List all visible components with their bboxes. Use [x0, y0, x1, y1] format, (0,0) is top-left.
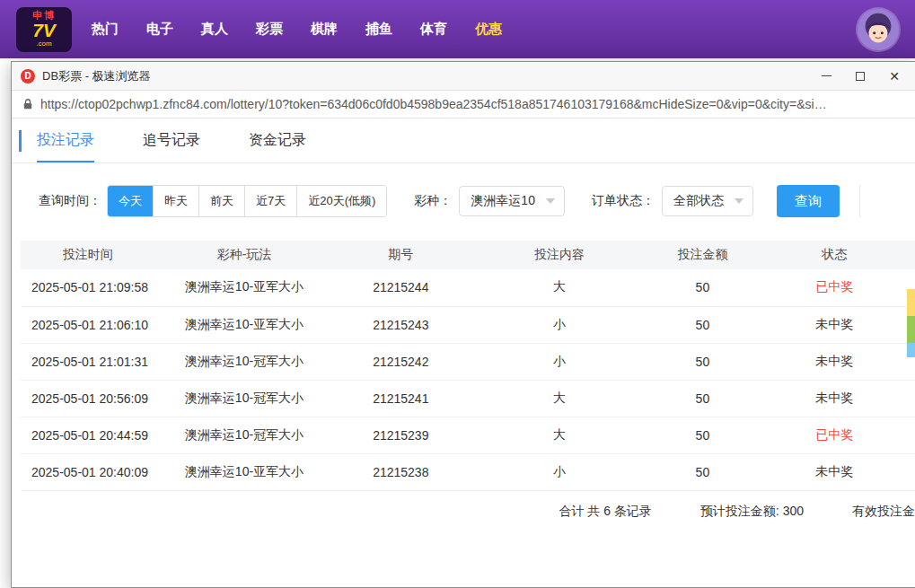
cell-status: 未中奖 — [754, 380, 915, 417]
cell-bet-time: 2025-05-01 20:56:09 — [21, 380, 154, 417]
avatar[interactable] — [858, 9, 899, 50]
cell-bet-amount: 50 — [651, 306, 754, 343]
cell-game-play: 澳洲幸运10-冠军大小 — [154, 343, 333, 380]
avatar-image — [858, 9, 899, 50]
filter-divider — [859, 185, 860, 217]
time-option-button[interactable]: 近20天(低频) — [296, 186, 386, 216]
chevron-down-icon — [546, 198, 555, 204]
column-header: 状态 — [754, 241, 915, 269]
logo-text-sub: .com — [36, 40, 51, 48]
cell-status: 未中奖 — [754, 306, 915, 343]
table-row: 2025-05-01 21:09:58澳洲幸运10-亚军大小21215244大5… — [21, 269, 915, 306]
cell-issue-number: 21215239 — [334, 417, 468, 453]
nav-item[interactable]: 电子 — [146, 21, 173, 38]
summary-bar: 合计 共 6 条记录 预计投注金额: 300 有效投注金 — [12, 491, 915, 532]
cell-bet-time: 2025-05-01 21:06:10 — [21, 306, 154, 343]
cell-status: 未中奖 — [754, 343, 915, 380]
table-row: 2025-05-01 21:06:10澳洲幸运10-亚军大小21215243小5… — [21, 306, 915, 343]
cell-issue-number: 21215238 — [334, 453, 468, 490]
cell-status: 已中奖 — [754, 269, 915, 306]
cell-game-play: 澳洲幸运10-冠军大小 — [154, 380, 333, 417]
nav-item[interactable]: 捕鱼 — [365, 21, 392, 38]
time-filter-label: 查询时间： — [39, 193, 101, 209]
lottery-select[interactable]: 澳洲幸运10 — [459, 186, 565, 216]
cell-status: 未中奖 — [754, 453, 915, 490]
record-tabs: 投注记录追号记录资金记录 — [12, 118, 915, 163]
nav-item[interactable]: 体育 — [420, 21, 447, 38]
order-status-value: 全部状态 — [673, 193, 724, 209]
edge-widget-blue[interactable] — [907, 343, 915, 357]
time-filter-group: 今天昨天前天近7天近20天(低频) — [107, 185, 387, 217]
table-body: 2025-05-01 21:09:58澳洲幸运10-亚军大小21215244大5… — [21, 269, 915, 490]
time-option-button[interactable]: 前天 — [198, 186, 244, 216]
edge-widget-green[interactable] — [907, 316, 915, 343]
table-row: 2025-05-01 20:40:09澳洲幸运10-亚军大小21215238小5… — [21, 453, 915, 490]
cell-bet-time: 2025-05-01 21:09:58 — [21, 269, 154, 306]
url-text[interactable]: https://ctop02pchwp1.zfnc84.com/lottery/… — [40, 97, 904, 111]
column-header: 期号 — [334, 241, 468, 269]
nav-item[interactable]: 彩票 — [256, 21, 283, 38]
lottery-select-value: 澳洲幸运10 — [471, 193, 535, 209]
cell-bet-time: 2025-05-01 20:44:59 — [21, 417, 154, 453]
tab[interactable]: 资金记录 — [249, 118, 306, 162]
cell-bet-content: 小 — [468, 343, 651, 380]
tab[interactable]: 投注记录 — [37, 118, 94, 162]
cell-game-play: 澳洲幸运10-亚军大小 — [154, 453, 333, 490]
column-header: 彩种-玩法 — [154, 241, 333, 269]
filter-bar: 查询时间： 今天昨天前天近7天近20天(低频) 彩种： 澳洲幸运10 订单状态：… — [39, 185, 915, 217]
maximize-button[interactable] — [843, 64, 877, 89]
lock-icon[interactable] — [22, 98, 33, 110]
chevron-down-icon — [735, 198, 743, 204]
edge-widget-yellow[interactable] — [907, 289, 915, 316]
table-head-row: 投注时间彩种-玩法期号投注内容投注金额状态 — [21, 241, 915, 269]
cell-bet-content: 大 — [468, 417, 651, 453]
cell-bet-amount: 50 — [651, 380, 754, 417]
minimize-icon — [822, 75, 831, 76]
browser-urlbar: https://ctop02pchwp1.zfnc84.com/lottery/… — [12, 91, 915, 118]
minimize-button[interactable] — [809, 64, 843, 89]
close-button[interactable]: ✕ — [877, 64, 911, 89]
time-option-button[interactable]: 今天 — [108, 186, 153, 216]
cell-bet-content: 大 — [468, 380, 651, 417]
table-row: 2025-05-01 21:01:31澳洲幸运10-冠军大小21215242小5… — [21, 343, 915, 380]
cell-bet-content: 大 — [468, 269, 651, 306]
active-tab-accent — [19, 130, 22, 152]
cell-game-play: 澳洲幸运10-冠军大小 — [154, 417, 333, 453]
cell-bet-amount: 50 — [651, 417, 754, 453]
cell-issue-number: 21215243 — [334, 306, 468, 343]
site-logo[interactable]: 申博 7V .com — [16, 7, 72, 52]
time-option-button[interactable]: 昨天 — [153, 186, 198, 216]
column-header: 投注时间 — [21, 241, 154, 269]
order-status-select[interactable]: 全部状态 — [662, 186, 753, 216]
page-edge-widget — [907, 289, 915, 357]
column-header: 投注内容 — [468, 241, 651, 269]
browser-app-icon: D — [21, 69, 35, 83]
column-header: 投注金额 — [651, 241, 754, 269]
cell-issue-number: 21215241 — [334, 380, 468, 417]
window-controls: ✕ — [809, 64, 911, 89]
nav-item[interactable]: 真人 — [201, 21, 228, 38]
cell-status: 已中奖 — [754, 417, 915, 453]
lottery-filter-label: 彩种： — [414, 193, 452, 209]
nav-item[interactable]: 热门 — [92, 21, 119, 38]
window-titlebar[interactable]: D DB彩票 - 极速浏览器 ✕ — [12, 62, 915, 91]
search-button[interactable]: 查询 — [777, 185, 840, 217]
nav-item[interactable]: 棋牌 — [311, 21, 338, 38]
cell-bet-content: 小 — [468, 306, 651, 343]
cell-bet-amount: 50 — [651, 269, 754, 306]
nav-item[interactable]: 优惠 — [475, 21, 502, 38]
cell-issue-number: 21215244 — [334, 269, 468, 306]
cell-issue-number: 21215242 — [334, 343, 468, 380]
page-content: 投注记录追号记录资金记录 查询时间： 今天昨天前天近7天近20天(低频) 彩种：… — [12, 118, 915, 587]
cell-game-play: 澳洲幸运10-亚军大小 — [154, 306, 333, 343]
time-option-button[interactable]: 近7天 — [244, 186, 296, 216]
summary-expected-amount: 预计投注金额: 300 — [700, 504, 804, 520]
tab[interactable]: 追号记录 — [143, 118, 200, 162]
table-row: 2025-05-01 20:44:59澳洲幸运10-冠军大小21215239大5… — [21, 417, 915, 453]
cell-bet-amount: 50 — [651, 343, 754, 380]
cell-bet-amount: 50 — [651, 453, 754, 490]
top-nav: 热门电子真人彩票棋牌捕鱼体育优惠 — [92, 21, 502, 38]
cell-bet-time: 2025-05-01 20:40:09 — [21, 453, 154, 490]
table-row: 2025-05-01 20:56:09澳洲幸运10-冠军大小21215241大5… — [21, 380, 915, 417]
window-title: DB彩票 - 极速浏览器 — [42, 68, 151, 84]
